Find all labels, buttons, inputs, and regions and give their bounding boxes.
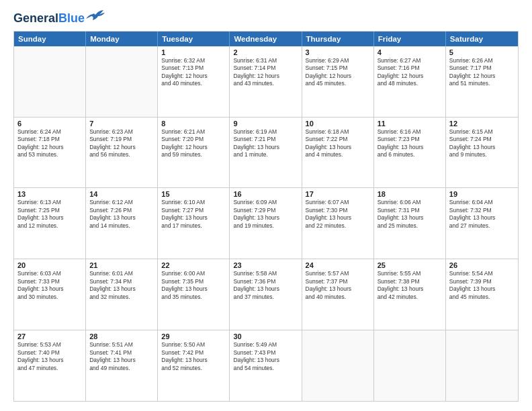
header-cell-friday: Friday	[374, 32, 446, 46]
day-cell-3: 3Sunrise: 6:29 AMSunset: 7:15 PMDaylight…	[302, 46, 374, 117]
day-cell-18: 18Sunrise: 6:06 AMSunset: 7:31 PMDayligh…	[374, 188, 446, 259]
day-cell-20: 20Sunrise: 6:03 AMSunset: 7:33 PMDayligh…	[14, 259, 86, 330]
day-number: 20	[17, 261, 82, 269]
day-info: Sunrise: 6:24 AMSunset: 7:18 PMDaylight:…	[17, 128, 82, 159]
header-cell-thursday: Thursday	[302, 32, 374, 46]
calendar-body: 1Sunrise: 6:32 AMSunset: 7:13 PMDaylight…	[14, 46, 518, 401]
day-number: 30	[233, 332, 298, 340]
day-number: 7	[89, 120, 154, 128]
calendar-row-2: 6Sunrise: 6:24 AMSunset: 7:18 PMDaylight…	[14, 117, 518, 188]
day-cell-22: 22Sunrise: 6:00 AMSunset: 7:35 PMDayligh…	[158, 259, 230, 330]
day-number: 28	[89, 332, 154, 340]
day-number: 2	[233, 48, 298, 56]
day-cell-13: 13Sunrise: 6:13 AMSunset: 7:25 PMDayligh…	[14, 188, 86, 259]
day-info: Sunrise: 6:31 AMSunset: 7:14 PMDaylight:…	[233, 57, 298, 88]
day-number: 19	[449, 190, 515, 198]
day-number: 5	[449, 48, 515, 56]
calendar-row-1: 1Sunrise: 6:32 AMSunset: 7:13 PMDaylight…	[14, 46, 518, 117]
day-cell-2: 2Sunrise: 6:31 AMSunset: 7:14 PMDaylight…	[230, 46, 302, 117]
day-cell-23: 23Sunrise: 5:58 AMSunset: 7:36 PMDayligh…	[230, 259, 302, 330]
day-info: Sunrise: 6:29 AMSunset: 7:15 PMDaylight:…	[306, 57, 370, 88]
logo-text: GeneralBlue	[13, 12, 85, 26]
page: GeneralBlue SundayMondayTuesdayWednesday…	[0, 0, 532, 411]
day-info: Sunrise: 5:54 AMSunset: 7:39 PMDaylight:…	[449, 270, 515, 301]
day-cell-17: 17Sunrise: 6:07 AMSunset: 7:30 PMDayligh…	[302, 188, 374, 259]
calendar: SundayMondayTuesdayWednesdayThursdayFrid…	[13, 31, 519, 402]
day-cell-7: 7Sunrise: 6:23 AMSunset: 7:19 PMDaylight…	[86, 118, 158, 188]
day-number: 24	[306, 261, 370, 269]
day-cell-9: 9Sunrise: 6:19 AMSunset: 7:21 PMDaylight…	[230, 118, 302, 188]
day-cell-6: 6Sunrise: 6:24 AMSunset: 7:18 PMDaylight…	[14, 118, 86, 188]
day-cell-29: 29Sunrise: 5:50 AMSunset: 7:42 PMDayligh…	[158, 330, 230, 401]
day-number: 10	[306, 120, 370, 128]
day-number: 25	[378, 261, 442, 269]
day-info: Sunrise: 6:00 AMSunset: 7:35 PMDaylight:…	[161, 270, 226, 301]
day-info: Sunrise: 6:26 AMSunset: 7:17 PMDaylight:…	[449, 57, 515, 88]
header-cell-monday: Monday	[86, 32, 158, 46]
day-info: Sunrise: 5:50 AMSunset: 7:42 PMDaylight:…	[161, 341, 226, 372]
day-cell-28: 28Sunrise: 5:51 AMSunset: 7:41 PMDayligh…	[86, 330, 158, 401]
day-number: 26	[449, 261, 515, 269]
day-info: Sunrise: 6:23 AMSunset: 7:19 PMDaylight:…	[89, 128, 154, 159]
day-info: Sunrise: 5:51 AMSunset: 7:41 PMDaylight:…	[89, 341, 154, 372]
day-info: Sunrise: 6:06 AMSunset: 7:31 PMDaylight:…	[378, 199, 442, 230]
day-cell-27: 27Sunrise: 5:53 AMSunset: 7:40 PMDayligh…	[14, 330, 86, 401]
day-number: 6	[17, 120, 82, 128]
day-info: Sunrise: 6:03 AMSunset: 7:33 PMDaylight:…	[17, 270, 82, 301]
day-number: 3	[306, 48, 370, 56]
logo: GeneralBlue	[13, 12, 105, 26]
day-cell-24: 24Sunrise: 5:57 AMSunset: 7:37 PMDayligh…	[302, 259, 374, 330]
calendar-row-5: 27Sunrise: 5:53 AMSunset: 7:40 PMDayligh…	[14, 330, 518, 401]
day-info: Sunrise: 5:49 AMSunset: 7:43 PMDaylight:…	[233, 341, 298, 372]
day-cell-16: 16Sunrise: 6:09 AMSunset: 7:29 PMDayligh…	[230, 188, 302, 259]
day-number: 15	[161, 190, 226, 198]
day-cell-empty	[86, 46, 158, 117]
day-number: 29	[161, 332, 226, 340]
day-number: 4	[378, 48, 442, 56]
day-number: 12	[449, 120, 515, 128]
day-cell-12: 12Sunrise: 6:15 AMSunset: 7:24 PMDayligh…	[446, 118, 518, 188]
day-cell-14: 14Sunrise: 6:12 AMSunset: 7:26 PMDayligh…	[86, 188, 158, 259]
header-cell-sunday: Sunday	[14, 32, 86, 46]
header-cell-saturday: Saturday	[446, 32, 518, 46]
header-cell-wednesday: Wednesday	[230, 32, 302, 46]
day-info: Sunrise: 6:09 AMSunset: 7:29 PMDaylight:…	[233, 199, 298, 230]
day-info: Sunrise: 5:53 AMSunset: 7:40 PMDaylight:…	[17, 341, 82, 372]
day-info: Sunrise: 6:13 AMSunset: 7:25 PMDaylight:…	[17, 199, 82, 230]
day-info: Sunrise: 6:16 AMSunset: 7:23 PMDaylight:…	[378, 128, 442, 159]
day-cell-26: 26Sunrise: 5:54 AMSunset: 7:39 PMDayligh…	[446, 259, 518, 330]
day-number: 16	[233, 190, 298, 198]
day-cell-1: 1Sunrise: 6:32 AMSunset: 7:13 PMDaylight…	[158, 46, 230, 117]
day-info: Sunrise: 5:57 AMSunset: 7:37 PMDaylight:…	[306, 270, 370, 301]
day-cell-empty	[446, 330, 518, 401]
calendar-row-3: 13Sunrise: 6:13 AMSunset: 7:25 PMDayligh…	[14, 187, 518, 259]
day-info: Sunrise: 6:18 AMSunset: 7:22 PMDaylight:…	[306, 128, 370, 159]
day-info: Sunrise: 5:55 AMSunset: 7:38 PMDaylight:…	[378, 270, 442, 301]
day-number: 9	[233, 120, 298, 128]
day-cell-15: 15Sunrise: 6:10 AMSunset: 7:27 PMDayligh…	[158, 188, 230, 259]
day-info: Sunrise: 6:27 AMSunset: 7:16 PMDaylight:…	[378, 57, 442, 88]
logo-bird-icon	[86, 9, 105, 21]
day-number: 23	[233, 261, 298, 269]
day-cell-4: 4Sunrise: 6:27 AMSunset: 7:16 PMDaylight…	[374, 46, 446, 117]
day-info: Sunrise: 6:12 AMSunset: 7:26 PMDaylight:…	[89, 199, 154, 230]
header: GeneralBlue	[13, 12, 519, 26]
day-number: 17	[306, 190, 370, 198]
header-cell-tuesday: Tuesday	[158, 32, 230, 46]
day-cell-11: 11Sunrise: 6:16 AMSunset: 7:23 PMDayligh…	[374, 118, 446, 188]
day-info: Sunrise: 5:58 AMSunset: 7:36 PMDaylight:…	[233, 270, 298, 301]
day-number: 13	[17, 190, 82, 198]
day-info: Sunrise: 6:32 AMSunset: 7:13 PMDaylight:…	[161, 57, 226, 88]
day-cell-21: 21Sunrise: 6:01 AMSunset: 7:34 PMDayligh…	[86, 259, 158, 330]
day-number: 11	[378, 120, 442, 128]
day-number: 21	[89, 261, 154, 269]
day-info: Sunrise: 6:04 AMSunset: 7:32 PMDaylight:…	[449, 199, 515, 230]
day-cell-5: 5Sunrise: 6:26 AMSunset: 7:17 PMDaylight…	[446, 46, 518, 117]
day-cell-empty	[374, 330, 446, 401]
day-info: Sunrise: 6:10 AMSunset: 7:27 PMDaylight:…	[161, 199, 226, 230]
day-cell-25: 25Sunrise: 5:55 AMSunset: 7:38 PMDayligh…	[374, 259, 446, 330]
day-info: Sunrise: 6:21 AMSunset: 7:20 PMDaylight:…	[161, 128, 226, 159]
day-number: 18	[378, 190, 442, 198]
day-cell-19: 19Sunrise: 6:04 AMSunset: 7:32 PMDayligh…	[446, 188, 518, 259]
day-cell-10: 10Sunrise: 6:18 AMSunset: 7:22 PMDayligh…	[302, 118, 374, 188]
